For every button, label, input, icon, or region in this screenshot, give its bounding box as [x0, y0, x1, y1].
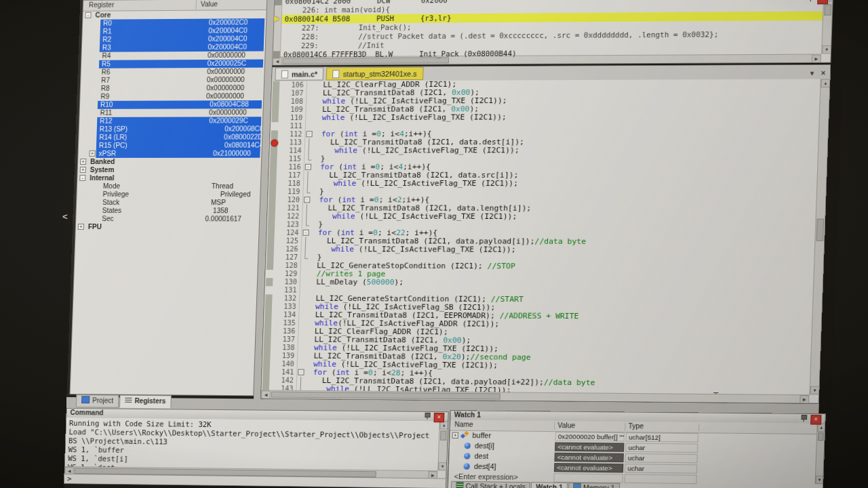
- scroll-thumb[interactable]: [818, 432, 824, 441]
- disassembly-text: 229: //Init: [283, 41, 384, 50]
- register-row[interactable]: R15 (PC)0x080014C4: [79, 142, 262, 150]
- line-number: 132: [270, 294, 296, 302]
- expander-icon[interactable]: +: [80, 159, 86, 165]
- close-icon[interactable]: [434, 413, 445, 422]
- line-number: 137: [269, 336, 295, 344]
- watch-type[interactable]: [625, 474, 697, 485]
- close-icon[interactable]: [810, 415, 821, 425]
- tab-memory-1[interactable]: Memory 1: [568, 483, 620, 488]
- scroll-thumb[interactable]: [816, 219, 824, 241]
- line-number: 128: [271, 262, 298, 270]
- register-row[interactable]: R60x00000000: [81, 68, 264, 77]
- register-row[interactable]: R80x00000000: [81, 84, 264, 93]
- watch-type[interactable]: uchar: [625, 443, 698, 453]
- watch-type[interactable]: uchar: [625, 464, 697, 474]
- fold-marker-icon[interactable]: [305, 164, 311, 170]
- scroll-thumb[interactable]: [271, 392, 500, 400]
- watch-type[interactable]: uchar[512]: [626, 432, 698, 442]
- watch-col-type[interactable]: Type: [628, 422, 644, 430]
- line-number: 142: [267, 376, 294, 384]
- register-row[interactable]: R13 (SP)0x200008C0: [79, 125, 262, 134]
- watch-name[interactable]: dest[i]: [475, 441, 494, 451]
- watch-col-name[interactable]: Name: [454, 420, 473, 428]
- scroll-down-icon[interactable]: [822, 45, 831, 54]
- tab-watch-1[interactable]: Watch 1: [531, 482, 568, 488]
- fold-marker-icon[interactable]: [306, 131, 312, 137]
- register-row[interactable]: R90x00000000: [80, 92, 263, 101]
- disassembly-text: 0x080014C6 F7FFFB3D BL.W Init_Pack (0x08…: [283, 49, 517, 60]
- scroll-thumb[interactable]: [440, 430, 447, 440]
- register-row[interactable]: +xPSR0x21000000: [78, 150, 261, 158]
- code-line[interactable]: 114 while (!LL_I2C_IsActiveFlag_TXE (I2C…: [270, 146, 818, 155]
- watch-name[interactable]: dest: [474, 451, 488, 461]
- scroll-down-icon[interactable]: [810, 386, 819, 394]
- expander-icon[interactable]: +: [78, 224, 84, 230]
- watch-value[interactable]: <cannot evaluate>: [554, 453, 624, 462]
- watch-value[interactable]: <cannot evaluate>: [555, 442, 625, 451]
- scroll-right-icon[interactable]: [812, 55, 821, 63]
- scroll-left-icon[interactable]: [261, 390, 271, 399]
- register-row[interactable]: R120x2000029C: [79, 117, 262, 125]
- registers-header-value[interactable]: Value: [201, 0, 218, 7]
- tab-registers[interactable]: Registers: [119, 395, 172, 409]
- register-row[interactable]: R110x00000000: [79, 108, 262, 117]
- watch-value[interactable]: <cannot evaluate>: [554, 463, 624, 472]
- registers-column-divider[interactable]: [196, 1, 197, 9]
- scroll-right-icon[interactable]: [800, 395, 809, 403]
- watch-value[interactable]: [553, 473, 623, 483]
- column-divider[interactable]: [554, 422, 555, 430]
- expander-icon[interactable]: +: [89, 150, 95, 157]
- register-value: 0x00000000: [209, 108, 247, 116]
- register-row[interactable]: States1358: [76, 207, 259, 215]
- expander-icon[interactable]: +: [452, 432, 459, 439]
- editor-panel: main.c*startup_stm32f401xe.s 106LL_I2C_C…: [260, 64, 831, 404]
- register-row[interactable]: +System: [78, 166, 261, 174]
- watch-name[interactable]: dest[4]: [474, 462, 496, 472]
- expander-icon[interactable]: -: [79, 175, 85, 181]
- tab-list-icon[interactable]: [809, 70, 816, 77]
- register-row[interactable]: R14 (LR)0x0800022D: [79, 133, 262, 142]
- disassembly-text: 227: Init_Pack();: [284, 23, 412, 33]
- close-icon[interactable]: [817, 0, 828, 4]
- register-row[interactable]: ModeThread: [77, 182, 260, 190]
- register-value: 0x200004C0: [208, 35, 248, 42]
- command-vscrollbar: [437, 421, 448, 470]
- scroll-down-icon[interactable]: [438, 462, 447, 470]
- tab-label: Watch 1: [536, 483, 563, 488]
- fold-marker-icon[interactable]: [304, 197, 310, 203]
- pin-icon[interactable]: [424, 413, 431, 420]
- editor-tab-main-c-[interactable]: main.c*: [275, 67, 323, 80]
- editor-tab-startup-stm32f401xe-s[interactable]: startup_stm32f401xe.s: [326, 67, 423, 81]
- register-name: Sec: [102, 215, 114, 222]
- pin-icon[interactable]: [807, 0, 814, 1]
- watch-name[interactable]: buffer: [472, 430, 491, 441]
- close-document-icon[interactable]: [821, 68, 825, 77]
- register-row[interactable]: R100x08004C88: [80, 100, 263, 109]
- watch-value[interactable]: 0x20000020 buffer[] "": [555, 432, 625, 441]
- register-row[interactable]: R70x00000000: [81, 76, 264, 85]
- column-divider[interactable]: [698, 424, 699, 431]
- code-text: LL_mDelay (500000);: [316, 278, 403, 287]
- expander-icon[interactable]: +: [80, 167, 86, 173]
- registers-header-name[interactable]: Register: [89, 1, 115, 9]
- expander-icon[interactable]: -: [85, 12, 91, 18]
- register-row[interactable]: +Banked: [78, 158, 261, 166]
- register-row[interactable]: StackMSP: [77, 199, 260, 207]
- column-divider[interactable]: [625, 423, 625, 430]
- fold-marker-icon[interactable]: [302, 230, 309, 236]
- pin-icon[interactable]: [800, 415, 807, 422]
- struct-icon: [461, 432, 469, 439]
- watch-type[interactable]: uchar: [625, 453, 698, 463]
- code-editor[interactable]: 106LL_I2C_ClearFlag_ADDR (I2C1);107LL_I2…: [262, 79, 821, 395]
- tab-call-stack---locals[interactable]: Call Stack + Locals: [451, 481, 531, 488]
- register-row[interactable]: PrivilegePrivileged: [77, 190, 260, 199]
- register-row[interactable]: Sec0.00001617: [76, 215, 259, 223]
- register-row[interactable]: +FPU: [76, 223, 259, 232]
- scroll-up-icon[interactable]: [821, 79, 830, 87]
- fold-marker-icon[interactable]: [298, 369, 304, 375]
- watch-col-value[interactable]: Value: [557, 422, 575, 429]
- scroll-down-icon[interactable]: [816, 476, 824, 484]
- tab-project[interactable]: Project: [76, 394, 119, 408]
- register-row[interactable]: -Internal: [77, 174, 260, 182]
- code-line[interactable]: 118 while (!LL_I2C_IsActiveFlag_TXE (I2C…: [269, 180, 817, 188]
